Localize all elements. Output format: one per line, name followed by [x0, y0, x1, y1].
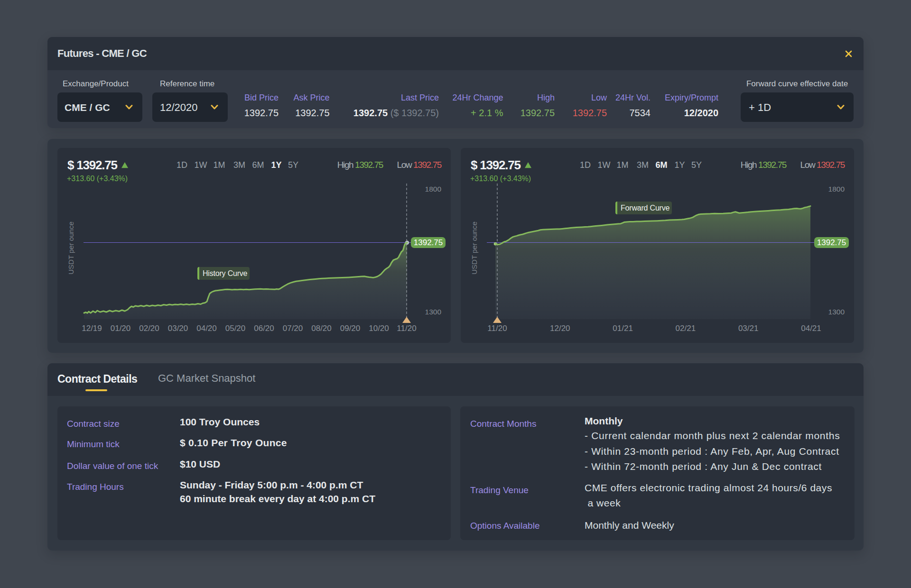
- svg-text:1392.75: 1392.75: [414, 238, 443, 247]
- svg-text:USDT per ounce: USDT per ounce: [67, 221, 75, 274]
- svg-text:1392.75: 1392.75: [817, 238, 846, 247]
- svg-text:USDT per ounce: USDT per ounce: [470, 221, 478, 274]
